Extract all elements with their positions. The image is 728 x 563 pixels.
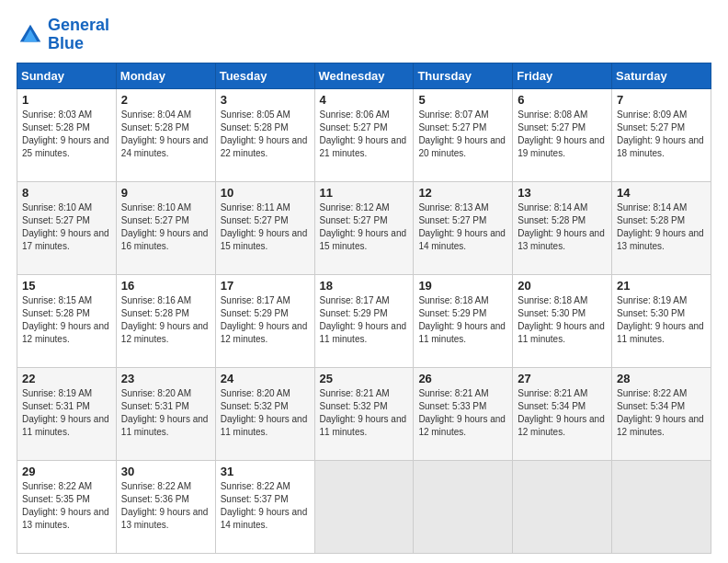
day-info: Sunrise: 8:10 AM Sunset: 5:27 PM Dayligh… [22, 201, 111, 253]
calendar-cell: 31 Sunrise: 8:22 AM Sunset: 5:37 PM Dayl… [215, 460, 314, 553]
header-row: SundayMondayTuesdayWednesdayThursdayFrid… [17, 63, 711, 88]
day-number: 16 [121, 279, 210, 293]
day-info: Sunrise: 8:15 AM Sunset: 5:28 PM Dayligh… [22, 294, 111, 346]
calendar-cell: 20 Sunrise: 8:18 AM Sunset: 5:30 PM Dayl… [513, 274, 612, 367]
calendar-cell: 14 Sunrise: 8:14 AM Sunset: 5:28 PM Dayl… [612, 181, 711, 274]
calendar-cell: 12 Sunrise: 8:13 AM Sunset: 5:27 PM Dayl… [414, 181, 513, 274]
day-info: Sunrise: 8:22 AM Sunset: 5:37 PM Dayligh… [221, 480, 310, 532]
calendar-cell: 4 Sunrise: 8:06 AM Sunset: 5:27 PM Dayli… [314, 88, 414, 181]
day-info: Sunrise: 8:18 AM Sunset: 5:29 PM Dayligh… [418, 294, 507, 346]
day-info: Sunrise: 8:19 AM Sunset: 5:31 PM Dayligh… [22, 387, 111, 439]
calendar-cell: 7 Sunrise: 8:09 AM Sunset: 5:27 PM Dayli… [612, 88, 711, 181]
calendar-table: SundayMondayTuesdayWednesdayThursdayFrid… [17, 63, 711, 554]
logo-text: General Blue [48, 17, 109, 53]
calendar-cell: 9 Sunrise: 8:10 AM Sunset: 5:27 PM Dayli… [116, 181, 215, 274]
calendar-cell: 5 Sunrise: 8:07 AM Sunset: 5:27 PM Dayli… [414, 88, 513, 181]
day-number: 1 [22, 93, 111, 107]
day-number: 3 [221, 93, 310, 107]
page: General Blue SundayMondayTuesdayWednesda… [0, 0, 728, 563]
day-number: 22 [22, 372, 111, 385]
day-number: 2 [121, 93, 210, 107]
day-header-sunday: Sunday [17, 63, 117, 88]
day-info: Sunrise: 8:07 AM Sunset: 5:27 PM Dayligh… [418, 109, 507, 160]
day-info: Sunrise: 8:19 AM Sunset: 5:30 PM Dayligh… [617, 294, 706, 346]
day-number: 28 [617, 372, 706, 385]
day-info: Sunrise: 8:05 AM Sunset: 5:28 PM Dayligh… [221, 109, 310, 160]
day-info: Sunrise: 8:21 AM Sunset: 5:32 PM Dayligh… [320, 387, 409, 439]
day-info: Sunrise: 8:16 AM Sunset: 5:28 PM Dayligh… [121, 294, 210, 346]
logo: General Blue [17, 17, 109, 53]
day-number: 6 [518, 93, 607, 107]
calendar-cell: 16 Sunrise: 8:16 AM Sunset: 5:28 PM Dayl… [116, 274, 215, 367]
day-number: 27 [518, 372, 607, 385]
calendar-cell: 11 Sunrise: 8:12 AM Sunset: 5:27 PM Dayl… [314, 181, 414, 274]
day-number: 24 [221, 372, 310, 385]
day-number: 15 [22, 279, 111, 293]
calendar-cell: 3 Sunrise: 8:05 AM Sunset: 5:28 PM Dayli… [215, 88, 314, 181]
day-number: 17 [221, 279, 310, 293]
calendar-cell: 26 Sunrise: 8:21 AM Sunset: 5:33 PM Dayl… [414, 367, 513, 460]
day-info: Sunrise: 8:22 AM Sunset: 5:34 PM Dayligh… [617, 387, 706, 439]
day-header-saturday: Saturday [612, 63, 711, 88]
day-info: Sunrise: 8:13 AM Sunset: 5:27 PM Dayligh… [418, 201, 507, 253]
day-number: 31 [221, 465, 310, 478]
day-header-tuesday: Tuesday [215, 63, 314, 88]
calendar-cell: 1 Sunrise: 8:03 AM Sunset: 5:28 PM Dayli… [17, 88, 117, 181]
day-number: 4 [320, 93, 409, 107]
day-header-thursday: Thursday [414, 63, 513, 88]
day-number: 26 [418, 372, 507, 385]
day-info: Sunrise: 8:17 AM Sunset: 5:29 PM Dayligh… [320, 294, 409, 346]
day-info: Sunrise: 8:18 AM Sunset: 5:30 PM Dayligh… [518, 294, 607, 346]
day-info: Sunrise: 8:10 AM Sunset: 5:27 PM Dayligh… [121, 201, 210, 253]
day-info: Sunrise: 8:17 AM Sunset: 5:29 PM Dayligh… [221, 294, 310, 346]
header: General Blue [17, 17, 711, 53]
day-number: 9 [121, 186, 210, 200]
day-info: Sunrise: 8:22 AM Sunset: 5:35 PM Dayligh… [22, 480, 111, 532]
calendar-cell: 15 Sunrise: 8:15 AM Sunset: 5:28 PM Dayl… [17, 274, 117, 367]
logo-icon [17, 21, 44, 49]
day-header-wednesday: Wednesday [314, 63, 414, 88]
day-number: 7 [617, 93, 706, 107]
day-header-friday: Friday [513, 63, 612, 88]
day-info: Sunrise: 8:22 AM Sunset: 5:36 PM Dayligh… [121, 480, 210, 532]
calendar-cell: 10 Sunrise: 8:11 AM Sunset: 5:27 PM Dayl… [215, 181, 314, 274]
day-info: Sunrise: 8:09 AM Sunset: 5:27 PM Dayligh… [617, 109, 706, 160]
day-number: 20 [518, 279, 607, 293]
day-number: 30 [121, 465, 210, 478]
calendar-cell: 24 Sunrise: 8:20 AM Sunset: 5:32 PM Dayl… [215, 367, 314, 460]
calendar-cell: 29 Sunrise: 8:22 AM Sunset: 5:35 PM Dayl… [17, 460, 117, 553]
day-info: Sunrise: 8:06 AM Sunset: 5:27 PM Dayligh… [320, 109, 409, 160]
day-info: Sunrise: 8:12 AM Sunset: 5:27 PM Dayligh… [320, 201, 409, 253]
day-info: Sunrise: 8:04 AM Sunset: 5:28 PM Dayligh… [121, 109, 210, 160]
calendar-cell: 2 Sunrise: 8:04 AM Sunset: 5:28 PM Dayli… [116, 88, 215, 181]
day-number: 25 [320, 372, 409, 385]
calendar-cell: 30 Sunrise: 8:22 AM Sunset: 5:36 PM Dayl… [116, 460, 215, 553]
calendar-cell: 27 Sunrise: 8:21 AM Sunset: 5:34 PM Dayl… [513, 367, 612, 460]
day-number: 14 [617, 186, 706, 200]
day-number: 10 [221, 186, 310, 200]
calendar-cell: 6 Sunrise: 8:08 AM Sunset: 5:27 PM Dayli… [513, 88, 612, 181]
calendar-cell [314, 460, 414, 553]
day-number: 5 [418, 93, 507, 107]
calendar-cell [414, 460, 513, 553]
day-number: 11 [320, 186, 409, 200]
calendar-cell: 13 Sunrise: 8:14 AM Sunset: 5:28 PM Dayl… [513, 181, 612, 274]
day-number: 29 [22, 465, 111, 478]
day-info: Sunrise: 8:14 AM Sunset: 5:28 PM Dayligh… [518, 201, 607, 253]
day-number: 23 [121, 372, 210, 385]
day-info: Sunrise: 8:14 AM Sunset: 5:28 PM Dayligh… [617, 201, 706, 253]
day-number: 13 [518, 186, 607, 200]
calendar-cell: 28 Sunrise: 8:22 AM Sunset: 5:34 PM Dayl… [612, 367, 711, 460]
calendar-cell: 21 Sunrise: 8:19 AM Sunset: 5:30 PM Dayl… [612, 274, 711, 367]
day-info: Sunrise: 8:03 AM Sunset: 5:28 PM Dayligh… [22, 109, 111, 160]
calendar-cell: 19 Sunrise: 8:18 AM Sunset: 5:29 PM Dayl… [414, 274, 513, 367]
calendar-cell: 23 Sunrise: 8:20 AM Sunset: 5:31 PM Dayl… [116, 367, 215, 460]
day-info: Sunrise: 8:21 AM Sunset: 5:34 PM Dayligh… [518, 387, 607, 439]
day-number: 21 [617, 279, 706, 293]
day-number: 18 [320, 279, 409, 293]
day-info: Sunrise: 8:08 AM Sunset: 5:27 PM Dayligh… [518, 109, 607, 160]
calendar-cell [513, 460, 612, 553]
day-info: Sunrise: 8:20 AM Sunset: 5:32 PM Dayligh… [221, 387, 310, 439]
calendar-cell: 17 Sunrise: 8:17 AM Sunset: 5:29 PM Dayl… [215, 274, 314, 367]
calendar-cell: 25 Sunrise: 8:21 AM Sunset: 5:32 PM Dayl… [314, 367, 414, 460]
